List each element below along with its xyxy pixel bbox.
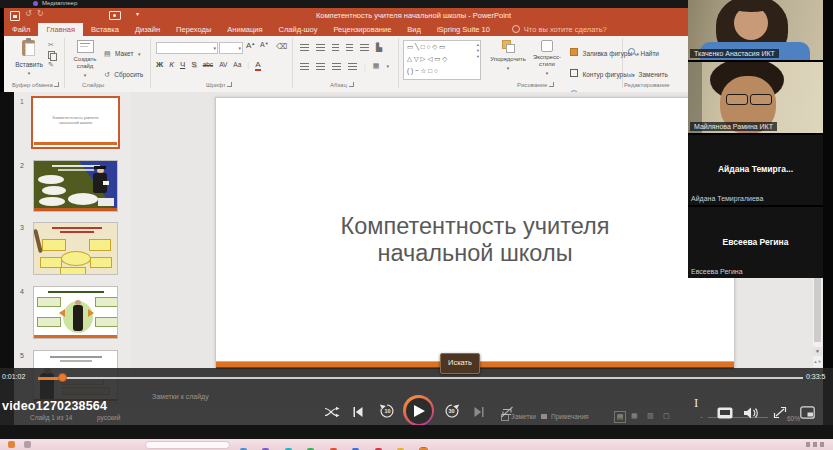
decrease-indent-icon[interactable] (332, 44, 339, 51)
current-slide[interactable]: Компетентность учителя начальной школы (215, 97, 735, 370)
status-language[interactable]: русский (97, 414, 120, 421)
slide-thumbnail-2[interactable] (33, 160, 118, 212)
paste-button[interactable]: Вставить ▾ (12, 39, 46, 83)
dialog-launcher-icon[interactable] (54, 82, 59, 87)
participant-video-tile-2[interactable]: Майлянова Рамина ИКТ (688, 62, 823, 133)
format-painter-icon[interactable]: ✎ (48, 61, 56, 69)
taskbar-tray-icons[interactable] (806, 442, 826, 447)
participant-3-name-label: Айдана Темиргалиева (691, 195, 763, 202)
font-color-button[interactable]: A (255, 60, 260, 71)
volume-button[interactable] (743, 406, 759, 419)
fullscreen-button[interactable] (772, 405, 787, 419)
line-spacing-icon[interactable] (360, 44, 369, 51)
char-spacing-button[interactable]: AV (219, 61, 227, 68)
cut-icon[interactable]: ✂ (48, 41, 56, 49)
grow-font-button[interactable]: A▲ (246, 41, 255, 50)
media-player-app-title: Медиаплеер (42, 0, 77, 6)
new-slide-icon (77, 40, 94, 53)
view-reading-icon[interactable]: ▥ (647, 412, 654, 420)
layout-button[interactable]: ▤ Макет ▾ (104, 42, 144, 60)
bold-button[interactable]: Ж (156, 60, 163, 69)
tab-view[interactable]: Вид (399, 23, 429, 36)
pip-button[interactable] (799, 405, 815, 419)
tab-slideshow[interactable]: Слайд-шоу (271, 23, 326, 36)
view-sorter-icon[interactable]: ▦ (631, 412, 638, 420)
zoom-out-icon[interactable]: - (700, 412, 703, 421)
next-button[interactable] (473, 406, 484, 417)
forward-30-button[interactable]: 30 (444, 402, 460, 419)
align-left-icon[interactable] (300, 63, 309, 70)
tab-animations[interactable]: Анимация (219, 23, 270, 36)
mini-player-button[interactable] (716, 406, 733, 419)
italic-button[interactable]: К (169, 60, 174, 69)
align-center-icon[interactable] (316, 63, 325, 70)
text-direction-icon[interactable]: ▙ (376, 43, 382, 52)
font-name-combo[interactable]: ▾ (156, 42, 218, 54)
taskbar-widgets-icon[interactable] (24, 441, 31, 448)
player-total-time: 0:33:5 (806, 373, 825, 380)
dialog-launcher-icon[interactable] (549, 82, 554, 87)
reset-button[interactable]: ↺ Сбросить (104, 63, 144, 81)
columns-icon[interactable]: ▦ (373, 62, 380, 70)
taskbar-start-icon[interactable] (8, 441, 15, 448)
clear-format-icon[interactable]: ⌫ (276, 42, 287, 51)
participant-video-tile-1[interactable]: Ткаченко Анастасия ИКТ (688, 0, 823, 60)
shapes-gallery[interactable]: ▭ ╲ □ ○ ◇ ▭ △ ▽ ▷ ◁ ▭ ◇ ( ) ~ ☆ □ ○ ▴▾▾ (403, 40, 481, 80)
status-comments-icon (541, 414, 547, 419)
strikethrough-button[interactable]: abc (203, 61, 213, 68)
tab-home[interactable]: Главная (38, 23, 83, 36)
bullets-icon[interactable] (300, 44, 309, 51)
participant-3-display-name: Айдана Темирга... (688, 164, 823, 174)
change-case-button[interactable]: Aa (233, 61, 241, 68)
slide-thumbnail-4[interactable] (33, 286, 118, 339)
replace-button[interactable]: ab Заменить (628, 63, 674, 81)
shrink-font-button[interactable]: A▼ (260, 41, 269, 48)
participant-tile-4[interactable]: Евсеева Регина Евсеева Регина (688, 207, 823, 278)
previous-slide-icon[interactable]: ▲▼ (813, 358, 822, 366)
find-icon (628, 48, 636, 56)
taskbar-search-box[interactable] (145, 441, 230, 449)
tab-file[interactable]: Файл (4, 23, 38, 36)
justify-icon[interactable] (348, 63, 357, 70)
tab-transitions[interactable]: Переходы (168, 23, 219, 36)
mini-player-icon (717, 407, 733, 419)
shuffle-button[interactable] (324, 405, 340, 418)
group-label-drawing: Рисование (517, 82, 554, 88)
notes-placeholder[interactable]: Заметки к слайду (152, 393, 209, 400)
shapes-scroll-icons[interactable]: ▴▾▾ (477, 42, 479, 60)
shadow-button[interactable]: S (191, 60, 196, 69)
dialog-launcher-icon[interactable] (349, 82, 354, 87)
tab-review[interactable]: Рецензирование (325, 23, 399, 36)
align-right-icon[interactable] (332, 63, 341, 70)
status-notes-button[interactable]: Заметки (511, 413, 536, 420)
increase-indent-icon[interactable] (346, 44, 353, 51)
participant-1-name-label: Ткаченко Анастасия ИКТ (690, 49, 779, 58)
previous-button[interactable] (352, 406, 363, 417)
copy-icon[interactable] (48, 51, 56, 59)
player-seek-knob[interactable] (58, 373, 67, 382)
player-seek-track[interactable] (38, 377, 803, 379)
dialog-launcher-icon[interactable] (227, 82, 232, 87)
slide-thumbnail-3[interactable] (33, 222, 118, 275)
tab-design[interactable]: Дизайн (127, 23, 168, 36)
tell-me-box[interactable]: Что вы хотите сделать? (520, 23, 615, 36)
find-button[interactable]: Найти (628, 42, 674, 60)
new-slide-button[interactable]: Создать слайд ▾ (68, 39, 102, 85)
tab-ispring[interactable]: iSpring Suite 10 (429, 23, 498, 36)
status-comments-button[interactable]: Примечания (551, 413, 589, 420)
tab-insert[interactable]: Вставка (83, 23, 127, 36)
participant-tile-3[interactable]: Айдана Темирга... Айдана Темиргалиева (688, 135, 823, 205)
numbering-icon[interactable] (316, 44, 325, 51)
scroll-down-icon[interactable]: ▼ (813, 347, 822, 356)
view-normal-icon[interactable]: ▤ (614, 411, 626, 423)
view-slideshow-icon[interactable]: ▢ (663, 412, 670, 420)
rewind-10-button[interactable]: 10 (379, 402, 395, 419)
slide-thumbnail-1[interactable]: Компетентность учителя начальной школы (31, 96, 120, 149)
slide-title[interactable]: Компетентность учителя начальной школы (315, 213, 635, 267)
repeat-off-button[interactable] (499, 405, 514, 418)
underline-button[interactable]: Ч (180, 60, 185, 69)
font-size-combo[interactable]: ▾ (219, 42, 243, 54)
bottom-black-strip (0, 425, 833, 439)
search-tooltip: Искать (440, 353, 480, 374)
play-button-ring[interactable] (403, 395, 434, 426)
